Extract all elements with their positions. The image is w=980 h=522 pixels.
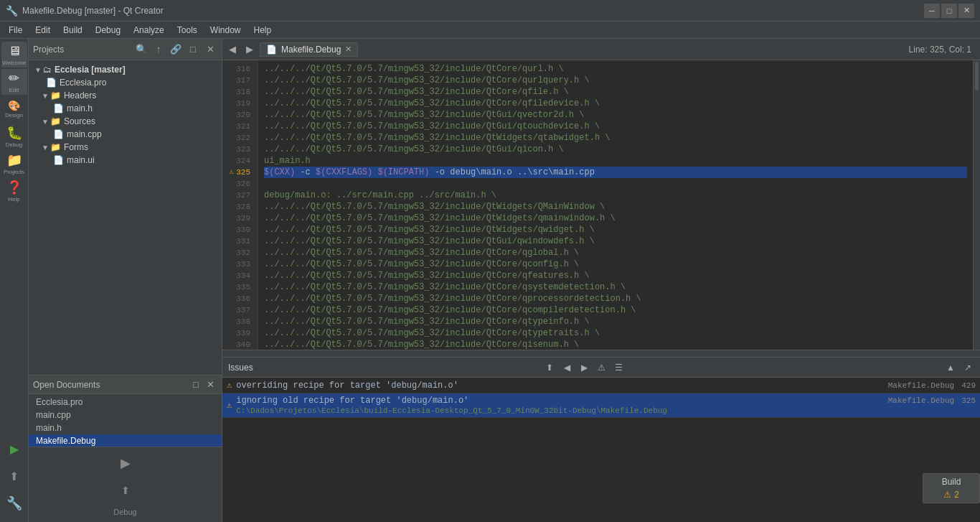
issue-message-1: overriding recipe for target 'debug/main… [236,381,888,391]
tree-item-project[interactable]: ▼ 🗂 Ecclesia [master] [29,63,222,76]
editor-scrollbar[interactable] [973,60,980,350]
collapse-button[interactable]: □ [186,42,200,57]
code-line-319: ../../../Qt/Qt5.7.0/5.7/mingw53_32/inclu… [264,98,967,109]
project-panel: Projects 🔍 ↑ 🔗 □ ✕ ▼ 🗂 Ecclesia [master]… [29,39,222,522]
tree-item-main-h[interactable]: 📄 main.h [29,102,222,115]
line-num-323: 323 [222,144,255,155]
filter-button[interactable]: 🔍 [134,42,149,57]
issues-warning-filter[interactable]: ⚠ [595,361,608,374]
doc-item-ecclesia-pro[interactable]: Ecclesia.pro [29,396,222,409]
sidebar-design[interactable]: 🎨 Design [1,96,27,122]
issues-next-button[interactable]: ▶ [578,361,590,374]
sidebar-icons: 🖥 Welcome ✏ Edit 🎨 Design 🐛 Debug 📁 Proj… [0,39,29,522]
issues-menu-button[interactable]: ☰ [612,361,625,374]
editor-tab[interactable]: 📄 Makefile.Debug ✕ [260,42,358,57]
maximize-button[interactable]: □ [941,4,957,18]
headers-label: Headers [64,90,96,101]
sidebar-edit[interactable]: ✏ Edit [1,69,27,95]
code-line-318: ../../../Qt/Qt5.7.0/5.7/mingw53_32/inclu… [264,86,967,98]
editor-content[interactable]: 316 317 318 319 320 321 322 323 324 ⚠ 32… [222,60,980,350]
line-num-331: 331 [222,236,255,247]
menu-help[interactable]: Help [248,24,278,37]
warning-icon-2: ⚠ [227,400,232,411]
close-panel-button[interactable]: ✕ [203,42,217,57]
doc-item-main-cpp[interactable]: main.cpp [29,409,222,421]
tab-icon: 📄 [266,45,277,55]
tools-button[interactable]: 🔧 [1,490,27,516]
main-h-icon: 📄 [53,103,64,113]
project-icon: 🗂 [43,65,52,75]
line-num-332: 332 [222,247,255,258]
line-num-319: 319 [222,98,255,109]
menu-tools[interactable]: Tools [171,24,203,37]
tree-item-main-cpp[interactable]: 📄 main.cpp [29,128,222,141]
doc-item-makefile-debug[interactable]: Makefile.Debug [29,434,222,447]
editor-tab-name: Makefile.Debug [281,45,341,55]
code-line-322: ../../../Qt/Qt5.7.0/5.7/mingw53_32/inclu… [264,132,967,144]
edit-label: Edit [9,87,19,93]
open-docs-collapse[interactable]: □ [189,378,203,392]
sync-button[interactable]: ↑ [151,42,166,57]
code-line-320: ../../../Qt/Qt5.7.0/5.7/mingw53_32/inclu… [264,109,967,121]
menu-edit[interactable]: Edit [29,24,56,37]
debug-sidebar-step[interactable]: ⬆ [29,477,222,503]
tree-item-main-ui[interactable]: 📄 main.ui [29,154,222,167]
project-label: Ecclesia [master] [55,65,126,75]
tab-close-button[interactable]: ✕ [345,45,352,54]
menu-file[interactable]: File [3,24,28,37]
code-line-334: ../../../Qt/Qt5.7.0/5.7/mingw53_32/inclu… [264,270,967,281]
code-line-338: ../../../Qt/Qt5.7.0/5.7/mingw53_32/inclu… [264,316,967,327]
minimize-button[interactable]: ─ [924,4,940,18]
menu-debug[interactable]: Debug [90,24,126,37]
code-line-316: ../../../Qt/Qt5.7.0/5.7/mingw53_32/inclu… [264,63,967,75]
line-num-337: 337 [222,304,255,316]
issues-undock-button[interactable]: ↗ [961,361,974,374]
issues-prev-button[interactable]: ◀ [560,361,573,374]
code-area[interactable]: ../../../Qt/Qt5.7.0/5.7/mingw53_32/inclu… [258,60,973,350]
issue-row-2[interactable]: ⚠ ignoring old recipe for target 'debug/… [222,393,980,418]
issues-filter-button[interactable]: ⬆ [543,361,556,374]
tree-item-headers[interactable]: ▼ 📁 Headers [29,89,222,102]
menu-window[interactable]: Window [204,24,247,37]
line-num-317: 317 [222,75,255,86]
issues-toolbar: Issues ⬆ ◀ ▶ ⚠ ☰ ▲ ↗ [222,358,980,378]
project-arrow: ▼ [34,66,42,74]
nav-back-button[interactable]: ◀ [225,42,240,57]
sidebar-welcome[interactable]: 🖥 Welcome [1,42,27,67]
menu-analyze[interactable]: Analyze [128,24,170,37]
line-num-338: 338 [222,316,255,327]
forms-icon: 📁 [50,142,61,152]
code-line-331: ../../../Qt/Qt5.7.0/5.7/mingw53_32/inclu… [264,236,967,247]
sidebar-help[interactable]: ❓ Help [1,178,27,204]
code-line-323: ../../../Qt/Qt5.7.0/5.7/mingw53_32/inclu… [264,144,967,155]
tree-item-forms[interactable]: ▼ 📁 Forms [29,141,222,154]
step-button[interactable]: ⬆ [1,463,27,489]
issue-row-1[interactable]: ⚠ overriding recipe for target 'debug/ma… [222,378,980,393]
file-label-ecclesia-pro: Ecclesia.pro [60,78,106,88]
tree-item-ecclesia-pro[interactable]: 📄 Ecclesia.pro [29,76,222,89]
nav-forward-button[interactable]: ▶ [242,42,257,57]
issue-line-1: 429 [961,381,976,390]
code-line-325: $(CXX) -c $(CXXFLAGS) $(INCPATH) -o debu… [264,167,967,178]
code-line-330: ../../../Qt/Qt5.7.0/5.7/mingw53_32/inclu… [264,224,967,236]
debug-sidebar-run[interactable]: ▶ [29,450,222,476]
file-icon: 📄 [46,78,57,88]
sidebar-debug[interactable]: 🐛 Debug [1,123,27,149]
sidebar-projects[interactable]: 📁 Projects [1,151,27,177]
tree-item-sources[interactable]: ▼ 📁 Sources [29,115,222,128]
doc-item-main-h[interactable]: main.h [29,421,222,434]
link-button[interactable]: 🔗 [169,42,183,57]
line-num-327: 327 [222,190,255,201]
sources-label: Sources [64,116,95,126]
close-button[interactable]: ✕ [958,4,974,18]
issues-collapse-button[interactable]: ▲ [944,361,957,374]
design-icon: 🎨 [8,100,20,111]
run-button[interactable]: ▶ [1,436,27,462]
issues-list: ⚠ overriding recipe for target 'debug/ma… [222,378,980,522]
open-docs-close[interactable]: ✕ [203,378,217,392]
code-line-340: ../../../Qt/Qt5.7.0/5.7/mingw53_32/inclu… [264,339,967,350]
editor-hscrollbar[interactable] [222,350,980,357]
menu-build[interactable]: Build [57,24,88,37]
bottom-panel: Issues ⬆ ◀ ▶ ⚠ ☰ ▲ ↗ ⚠ overriding recipe… [222,357,980,522]
code-line-332: ../../../Qt/Qt5.7.0/5.7/mingw53_32/inclu… [264,247,967,258]
